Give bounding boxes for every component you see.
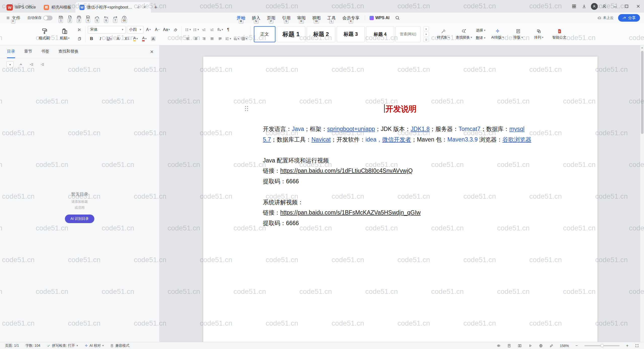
hyperlink[interactable]: Java (292, 126, 304, 132)
char-shading-button[interactable]: A (149, 35, 157, 43)
align-right-button[interactable] (200, 35, 208, 43)
wps-ai-button[interactable]: WPS AI (367, 16, 392, 20)
style-set-button[interactable]: 样式集▾ (434, 25, 453, 44)
tab-review[interactable]: 审阅R (294, 13, 309, 23)
increase-font-button[interactable]: A+ (145, 26, 152, 33)
hyperlink[interactable]: 微信开发者 (382, 136, 411, 143)
hyperlink[interactable]: idea， (366, 136, 382, 143)
paragraph-drag-handle[interactable] (245, 106, 248, 111)
tab-wps-office[interactable]: W WPS Office (3, 2, 40, 13)
font-color-button[interactable]: A▾ (141, 35, 148, 43)
save-button[interactable]: 1 (57, 13, 65, 22)
hyperlink[interactable]: springboot+uniapp (327, 126, 375, 132)
underline-button[interactable]: U▾ (105, 35, 113, 43)
scrollbar-thumb[interactable] (641, 51, 643, 134)
hyperlink[interactable]: Tomcat7 (459, 126, 480, 132)
select-button[interactable]: 选择▾ (476, 28, 486, 33)
pin-icon[interactable] (137, 6, 140, 9)
highlight-color-button[interactable]: A▾ (132, 35, 139, 43)
italic-button[interactable]: I (97, 35, 104, 43)
shading-button[interactable]: ▾ (232, 35, 240, 43)
paragraph[interactable]: 链接：https://pan.baidu.com/s/1BFsMcKAZVa5H… (263, 207, 538, 218)
close-tab-icon[interactable]: ✕ (142, 5, 147, 10)
export-pdf-button[interactable]: 2 (66, 13, 74, 22)
align-left-button[interactable] (184, 35, 192, 43)
bullet-list-button[interactable]: ▾ (184, 26, 192, 33)
clear-format-button[interactable] (172, 26, 179, 33)
collapse-icon[interactable] (17, 61, 24, 67)
apps-grid-icon[interactable] (569, 0, 579, 13)
change-case-button[interactable]: Aa▾ (162, 26, 171, 33)
text-direction-button[interactable]: ▾ (216, 26, 224, 33)
tab-view[interactable]: 视图W (309, 13, 324, 23)
collapse-all-icon[interactable] (39, 61, 46, 67)
fullscreen-icon[interactable] (635, 344, 639, 348)
zoom-slider[interactable] (584, 345, 620, 346)
layout-button[interactable]: 排版▾ (509, 25, 528, 44)
style-heading1[interactable]: 标题 1 (277, 26, 305, 42)
paragraph[interactable]: 系统讲解视频： (263, 197, 538, 208)
tab-current-document[interactable]: W 微信小程序+springboot技.. ✕ (75, 2, 151, 13)
tab-docer-template[interactable]: 稻 稻壳AI模板 (40, 2, 75, 13)
paragraph[interactable]: 开发语言：Java；框架：springboot+uniapp；JDK 版本：JD… (263, 124, 538, 145)
hyperlink[interactable]: JDK1.8 (411, 126, 429, 132)
ai-recognize-toc-button[interactable]: AI 识别目录 (65, 215, 94, 223)
compatibility-mode[interactable]: 兼容模式 (110, 343, 129, 348)
file-menu[interactable]: 文件 F (5, 13, 22, 23)
ai-layout-button[interactable]: AI排版▾ (488, 25, 507, 44)
justify-button[interactable] (208, 35, 216, 43)
gallery-down-icon[interactable]: ▾ (423, 32, 429, 37)
redo-button[interactable]: 7 (111, 13, 119, 22)
tab-member[interactable]: 会员专享K (339, 13, 363, 23)
cloud-sync-button[interactable]: 5 (93, 13, 101, 22)
zoom-in-button[interactable]: + (626, 343, 628, 348)
document-title[interactable]: 开发说明 (203, 103, 597, 115)
style-web-normal[interactable]: 普通(网站) (395, 26, 421, 42)
page-view-icon[interactable] (507, 344, 511, 348)
autosave-toggle[interactable] (43, 16, 53, 20)
numbered-list-button[interactable]: ▾ (192, 26, 200, 33)
web-view-icon[interactable] (518, 344, 522, 348)
contacts-icon[interactable] (599, 0, 609, 13)
search-icon[interactable] (392, 13, 403, 23)
gallery-up-icon[interactable]: ▴ (423, 26, 429, 31)
expand-all-icon[interactable] (28, 61, 35, 67)
arrange-button[interactable]: 排列▾ (529, 25, 548, 44)
read-mode-icon[interactable] (528, 344, 532, 348)
copy-button[interactable] (76, 35, 83, 42)
avatar[interactable] (589, 0, 599, 13)
style-heading3[interactable]: 标题 3 (337, 26, 365, 42)
find-replace-button[interactable]: 查找替换▾ (454, 25, 473, 44)
smart-doc-button[interactable]: 智能公文 (550, 25, 569, 44)
paragraph[interactable] (263, 145, 538, 155)
font-name-select[interactable]: 宋体 ▾ (88, 26, 126, 33)
paragraph[interactable]: Java 配置环境和运行视频 (263, 155, 538, 166)
paragraph[interactable]: 提取码：6666 (263, 218, 538, 229)
word-count[interactable]: 字数: 104 (25, 343, 40, 348)
hyperlink[interactable]: 谷歌浏览器 (502, 136, 531, 143)
vertical-scrollbar[interactable]: ▲ (640, 45, 644, 342)
line-spacing-button[interactable]: ▾ (224, 35, 232, 43)
document-page[interactable]: 开发说明 开发语言：Java；框架：springboot+uniapp；JDK … (203, 57, 597, 342)
cut-button[interactable] (76, 26, 83, 33)
style-heading4[interactable]: 标题 4 (366, 26, 394, 42)
download-icon[interactable] (579, 0, 589, 13)
tab-home[interactable]: 开始H (233, 13, 249, 23)
superscript-button[interactable]: X2 (123, 35, 131, 43)
strikethrough-button[interactable]: A (114, 35, 122, 43)
paragraph[interactable]: 链接：https://pan.baidu.com/s/1dFLtiuCb8I0c… (263, 166, 538, 176)
scroll-up-icon[interactable]: ▲ (640, 45, 644, 50)
close-button[interactable] (632, 0, 644, 13)
style-heading2[interactable]: 标题 2 (307, 26, 335, 42)
history-button[interactable]: 00 (120, 13, 129, 22)
sidebar-close-icon[interactable]: ✕ (150, 45, 154, 58)
share-button[interactable]: 分享 (618, 14, 640, 22)
style-normal[interactable]: 正文 (254, 26, 275, 42)
distribute-button[interactable] (216, 35, 224, 43)
paragraph[interactable] (263, 187, 538, 197)
ai-proofread[interactable]: AI 校对 ▾ (85, 343, 104, 348)
maximize-button[interactable] (621, 0, 632, 13)
sidebar-tab-sections[interactable]: 章节 (24, 45, 32, 58)
undo-button[interactable]: 6 (102, 13, 110, 22)
decrease-font-button[interactable]: A− (153, 26, 161, 33)
